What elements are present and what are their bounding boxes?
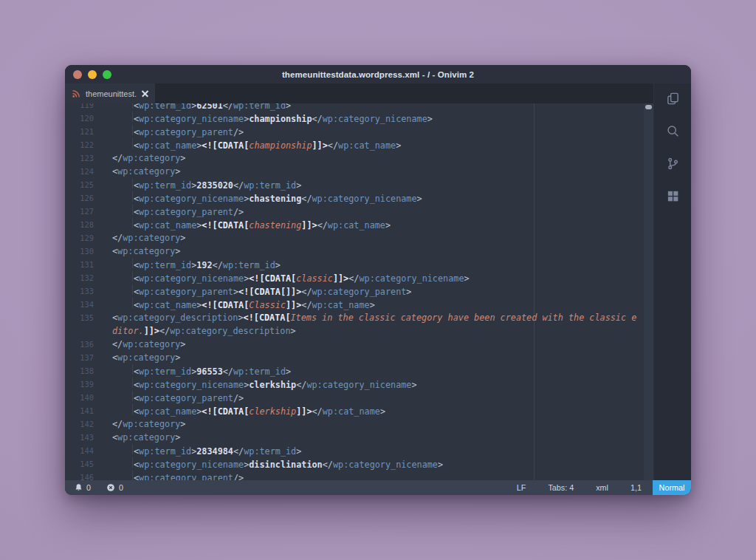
code-token: > <box>396 140 401 151</box>
code-token: ]]> <box>144 326 159 336</box>
tab-close-icon[interactable] <box>142 90 148 97</box>
line-content: <wp:category_nicename><![CDATA[classic]]… <box>112 271 470 284</box>
code-line[interactable]: 143<wp:category> <box>65 431 644 444</box>
notification-count: 0 <box>86 483 91 492</box>
code-token: </ <box>328 140 338 151</box>
code-line[interactable]: 140<wp:category_parent/> <box>65 391 644 404</box>
code-token: wp:category <box>123 339 180 349</box>
code-line[interactable]: 132<wp:category_nicename><![CDATA[classi… <box>65 271 644 284</box>
tab-size-indicator[interactable]: Tabs: 4 <box>537 483 585 492</box>
language-indicator[interactable]: xml <box>585 483 619 492</box>
code-line[interactable]: 133<wp:category_parent><![CDATA[]]></wp:… <box>65 284 644 298</box>
indent-guide <box>112 457 133 468</box>
notifications-indicator[interactable]: 0 <box>75 483 91 492</box>
code-line[interactable]: 129</wp:category> <box>65 231 644 245</box>
indent-guide <box>112 218 133 228</box>
errors-indicator[interactable]: 0 <box>106 483 123 492</box>
code-token: > <box>370 300 375 310</box>
minimize-window-button[interactable] <box>88 70 97 79</box>
close-window-button[interactable] <box>73 70 82 79</box>
code-line[interactable]: 123</wp:category> <box>65 151 644 165</box>
line-content: <wp:term_id>96553</wp:term_id> <box>112 364 291 378</box>
code-line[interactable]: 122<wp:cat_name><![CDATA[championship]]>… <box>65 138 644 151</box>
code-area[interactable]: 119<wp:term_id>62501</wp:term_id>120<wp:… <box>65 103 644 480</box>
extensions-icon[interactable] <box>665 188 680 203</box>
cursor-position-indicator[interactable]: 1,1 <box>619 483 653 492</box>
code-token: 2834984 <box>196 446 233 457</box>
code-token: </ <box>112 233 123 243</box>
code-line[interactable]: ditor.]]></wp:category_description> <box>65 324 644 338</box>
code-line[interactable]: 124<wp:category> <box>65 165 644 178</box>
code-line[interactable]: 131<wp:term_id>192</wp:term_id> <box>65 258 644 271</box>
code-token: <![CDATA[ <box>202 406 249 417</box>
code-token: </ <box>223 103 233 111</box>
editor-viewport[interactable]: 119<wp:term_id>62501</wp:term_id>120<wp:… <box>65 103 653 480</box>
code-token: <![CDATA[]]> <box>238 287 301 297</box>
code-token: > <box>286 103 291 111</box>
code-token: wp:cat_name <box>323 406 380 417</box>
search-icon[interactable] <box>665 123 680 138</box>
tab-themeunittestdata[interactable]: themeunittest... <box>65 83 155 103</box>
tab-label: themeunittest... <box>86 89 137 98</box>
code-token: <![CDATA[ <box>202 140 249 151</box>
code-token: > <box>464 273 469 284</box>
code-line[interactable]: 135<wp:category_description><![CDATA[Ite… <box>65 311 644 324</box>
scrollbar-thumb[interactable] <box>645 105 652 109</box>
code-token: clerkship <box>249 406 296 417</box>
code-line[interactable]: 126<wp:category_nicename>chastening</wp:… <box>65 191 644 205</box>
code-token: </ <box>112 339 123 349</box>
code-token: </ <box>296 380 306 390</box>
code-token: > <box>291 326 296 336</box>
line-content: <wp:category_parent/> <box>112 205 244 218</box>
code-token: wp:category_nicename <box>139 460 244 470</box>
code-line[interactable]: 130<wp:category> <box>65 245 644 258</box>
code-line[interactable]: 146<wp:category_parent/> <box>65 471 644 480</box>
line-content: <wp:category_parent/> <box>112 125 244 138</box>
maximize-window-button[interactable] <box>103 70 111 79</box>
code-line[interactable]: 144<wp:term_id>2834984</wp:term_id> <box>65 444 644 457</box>
code-token: <![CDATA[ <box>202 300 249 310</box>
editor-scrollbar[interactable] <box>644 103 653 480</box>
code-token: </ <box>312 114 323 124</box>
code-token: wp:category_parent <box>139 207 233 217</box>
line-content: </wp:category> <box>112 231 185 245</box>
code-token: wp:category_description <box>170 326 290 336</box>
code-line[interactable]: 128<wp:cat_name><![CDATA[chastening]]></… <box>65 218 644 231</box>
code-line[interactable]: 142</wp:category> <box>65 417 644 431</box>
editor-column: themeunittest... 119<wp:term_id>62501</w… <box>65 83 653 480</box>
line-ending-indicator[interactable]: LF <box>506 483 537 492</box>
line-content: <wp:category_nicename>chastening</wp:cat… <box>112 191 422 205</box>
code-token: </ <box>233 446 244 457</box>
indent-guide <box>112 125 133 135</box>
code-token: ]]> <box>333 273 348 284</box>
code-line[interactable]: 127<wp:category_parent/> <box>65 205 644 218</box>
code-line[interactable]: 134<wp:cat_name><![CDATA[Classic]]></wp:… <box>65 298 644 311</box>
code-line[interactable]: 137<wp:category> <box>65 351 644 364</box>
code-token: 192 <box>196 260 212 270</box>
code-token: > <box>180 233 185 243</box>
line-number: 122 <box>65 138 94 151</box>
source-control-icon[interactable] <box>665 156 680 171</box>
code-line[interactable]: 139<wp:category_nicename>clerkship</wp:c… <box>65 378 644 391</box>
code-line[interactable]: 141<wp:cat_name><![CDATA[clerkship]]></w… <box>65 404 644 417</box>
title-bar[interactable]: themeunittestdata.wordpress.xml - / - On… <box>65 65 691 83</box>
code-token: > <box>296 180 301 191</box>
line-content: <wp:cat_name><![CDATA[championship]]></w… <box>112 138 401 151</box>
code-line[interactable]: 145<wp:category_nicename>disinclination<… <box>65 457 644 471</box>
code-token: </ <box>301 300 312 310</box>
code-line[interactable]: 120<wp:category_nicename>championship</w… <box>65 112 644 125</box>
traffic-lights <box>73 70 111 79</box>
code-line[interactable]: 119<wp:term_id>62501</wp:term_id> <box>65 103 644 112</box>
code-line[interactable]: 138<wp:term_id>96553</wp:term_id> <box>65 364 644 378</box>
code-token: ]]> <box>312 140 328 151</box>
code-line[interactable]: 121<wp:category_parent/> <box>65 125 644 138</box>
line-content: ditor.]]></wp:category_description> <box>112 324 296 338</box>
line-content: <wp:cat_name><![CDATA[clerkship]]></wp:c… <box>112 404 385 417</box>
code-token: wp:term_id <box>233 366 286 377</box>
code-token: wp:category_nicename <box>139 273 244 284</box>
code-token: > <box>427 114 433 124</box>
code-line[interactable]: 125<wp:term_id>2835020</wp:term_id> <box>65 178 644 191</box>
line-number: 134 <box>65 298 94 311</box>
code-line[interactable]: 136</wp:category> <box>65 338 644 351</box>
files-icon[interactable] <box>665 91 680 106</box>
